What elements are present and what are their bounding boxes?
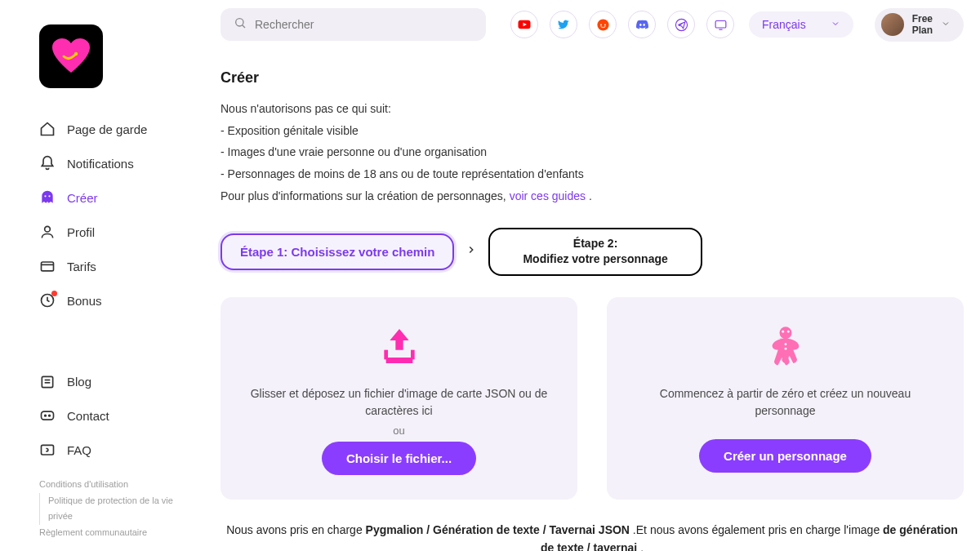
rule-item: - Personnages de moins de 18 ans ou de t… — [220, 165, 964, 184]
plan-text: Free Plan — [912, 13, 933, 37]
upload-or: ou — [393, 424, 404, 437]
rule-item: - Images d'une vraie personne ou d'une o… — [220, 143, 964, 162]
chevron-down-icon — [831, 18, 840, 31]
community-link[interactable]: Règlement communautaire — [39, 527, 147, 537]
sidebar-item-label: Notifications — [67, 157, 134, 171]
chevron-down-icon — [941, 17, 951, 32]
upload-card[interactable]: Glisser et déposez un fichier d'image de… — [220, 297, 577, 500]
main-nav: Page de garde Notifications Créer Profil… — [0, 113, 196, 317]
discord-icon[interactable] — [628, 11, 656, 38]
chat-icon — [39, 408, 56, 424]
svg-point-2 — [48, 195, 50, 197]
svg-point-11 — [45, 415, 47, 416]
step-2-box[interactable]: Étape 2: Modifiez votre personnage — [488, 228, 702, 276]
sidebar-item-label: Blog — [67, 375, 91, 389]
language-label: Français — [762, 18, 806, 31]
page-title: Créer — [220, 69, 964, 87]
svg-point-0 — [74, 52, 78, 56]
sidebar-item-home[interactable]: Page de garde — [39, 113, 196, 145]
privacy-link[interactable]: Politique de protection de la vie privée — [48, 495, 173, 522]
sidebar: Page de garde Notifications Créer Profil… — [0, 0, 196, 551]
svg-point-19 — [604, 24, 606, 25]
rule-item: - Exposition génitale visible — [220, 122, 964, 141]
svg-point-12 — [49, 415, 51, 416]
sidebar-item-label: Page de garde — [67, 122, 147, 136]
step-1-pill[interactable]: Étape 1: Choisissez votre chemin — [220, 233, 454, 270]
sidebar-item-label: Créer — [67, 191, 98, 205]
svg-point-27 — [786, 331, 789, 333]
guides-link[interactable]: voir ces guides — [510, 189, 586, 202]
search-input[interactable] — [255, 18, 473, 31]
sidebar-item-label: Tarifs — [67, 260, 96, 273]
create-card[interactable]: Commencez à partir de zéro et créez un n… — [607, 297, 964, 500]
svg-rect-23 — [384, 350, 388, 360]
svg-rect-10 — [42, 411, 54, 420]
sidebar-item-profile[interactable]: Profil — [39, 216, 196, 248]
sidebar-item-label: Contact — [67, 409, 109, 423]
create-character-button[interactable]: Créer un personnage — [699, 439, 871, 473]
sidebar-item-pricing[interactable]: Tarifs — [39, 250, 196, 282]
social-links — [510, 11, 734, 38]
sidebar-item-create[interactable]: Créer — [39, 181, 196, 214]
sidebar-item-label: Bonus — [67, 294, 102, 308]
telegram-icon[interactable] — [667, 11, 695, 38]
choose-file-button[interactable]: Choisir le fichier... — [322, 442, 476, 475]
sidebar-item-notifications[interactable]: Notifications — [39, 147, 196, 180]
svg-point-28 — [784, 343, 786, 345]
sidebar-item-contact[interactable]: Contact — [39, 400, 196, 433]
terms-link[interactable]: Conditions d'utilisation — [39, 479, 128, 489]
svg-point-1 — [44, 195, 46, 197]
rules-block: Nous n'autorisons pas ce qui suit: - Exp… — [220, 100, 964, 207]
option-cards: Glisser et déposez un fichier d'image de… — [220, 297, 964, 500]
svg-point-3 — [45, 226, 51, 232]
gingerbread-icon — [763, 323, 808, 372]
support-note: Nous avons pris en charge Pygmalion / Gé… — [220, 521, 964, 551]
sidebar-item-bonus[interactable]: Bonus — [39, 284, 196, 317]
bell-icon — [39, 155, 56, 171]
svg-line-15 — [243, 25, 245, 28]
person-icon — [39, 224, 56, 240]
main-content: Français Free Plan Créer Nous n'autoriso… — [196, 0, 980, 551]
sidebar-item-label: FAQ — [67, 443, 91, 457]
svg-rect-4 — [42, 262, 54, 271]
svg-point-20 — [675, 19, 687, 30]
language-selector[interactable]: Français — [749, 11, 853, 38]
svg-point-18 — [600, 24, 602, 25]
svg-rect-24 — [411, 350, 415, 360]
svg-point-29 — [784, 348, 786, 350]
steps-row: Étape 1: Choisissez votre chemin Étape 2… — [220, 228, 964, 276]
plan-badge[interactable]: Free Plan — [875, 8, 964, 42]
svg-rect-21 — [715, 20, 726, 28]
sidebar-item-label: Profil — [67, 225, 95, 239]
ghost-icon — [39, 189, 56, 206]
svg-point-14 — [236, 19, 243, 26]
upload-text: Glisser et déposez un fichier d'image de… — [245, 385, 553, 420]
faq-icon — [39, 442, 56, 459]
blog-icon — [39, 374, 56, 390]
secondary-nav: Blog Contact FAQ — [0, 366, 196, 467]
card-icon — [39, 258, 56, 274]
youtube-icon[interactable] — [510, 11, 538, 38]
sidebar-item-faq[interactable]: FAQ — [39, 434, 196, 467]
app-logo — [39, 24, 103, 88]
reddit-icon[interactable] — [589, 11, 617, 38]
search-icon — [234, 16, 247, 33]
more-info: Pour plus d'informations sur la création… — [220, 187, 964, 207]
desktop-icon[interactable] — [706, 11, 734, 38]
home-icon — [39, 121, 56, 137]
create-text: Commencez à partir de zéro et créez un n… — [631, 385, 939, 420]
chevron-right-icon — [466, 244, 477, 259]
topbar: Français Free Plan — [220, 0, 964, 55]
svg-point-17 — [597, 19, 608, 30]
upload-icon — [376, 323, 422, 372]
svg-point-26 — [782, 331, 784, 333]
footer-links: Conditions d'utilisation Politique de pr… — [0, 467, 196, 541]
rules-intro: Nous n'autorisons pas ce qui suit: — [220, 100, 964, 119]
svg-point-25 — [779, 327, 791, 339]
avatar — [881, 13, 904, 36]
sidebar-item-blog[interactable]: Blog — [39, 366, 196, 398]
search-box[interactable] — [220, 8, 486, 41]
twitter-icon[interactable] — [550, 11, 577, 38]
bonus-icon — [39, 292, 56, 309]
